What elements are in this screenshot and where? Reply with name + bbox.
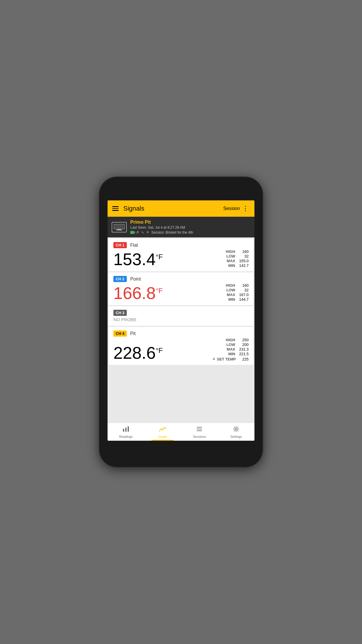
channel-4-header: CH 4 Pit <box>113 330 249 337</box>
svg-rect-7 <box>125 428 126 432</box>
svg-rect-10 <box>197 429 202 429</box>
device-name: Primo Pit <box>130 220 193 225</box>
svg-rect-11 <box>197 430 202 431</box>
ch4-min-row: MIN 221.5 <box>228 352 249 356</box>
svg-rect-9 <box>197 427 202 428</box>
battery-icon <box>130 231 134 234</box>
nav-settings[interactable]: Settings <box>218 423 254 441</box>
session-button[interactable]: Session <box>223 206 240 211</box>
device-details: Primo Pit Last Seen: Sat, Jul 4 at 8:27:… <box>130 220 193 235</box>
ch2-max-row: MAX 167.0 <box>227 293 249 297</box>
ch2-high-row: HIGH 160 <box>226 283 249 288</box>
bluetooth-icon: ✗ <box>136 230 139 235</box>
nav-sessions[interactable]: Sessions <box>181 423 218 441</box>
wifi-icon: ∿ <box>141 230 144 235</box>
phone-screen: Signals Session ⋮ Primo Pit Last <box>108 200 254 441</box>
menu-button[interactable] <box>112 206 119 211</box>
ch1-name: Flat <box>130 243 138 248</box>
sessions-icon <box>196 426 203 434</box>
channels-list: CH 1 Flat 153.4°F HIGH 160 LOW 3 <box>108 237 254 423</box>
device-image <box>112 222 127 232</box>
channel-card-1: CH 1 Flat 153.4°F HIGH 160 LOW 3 <box>109 239 253 271</box>
ch2-min-row: MIN 144.7 <box>228 297 249 302</box>
smoke-icon: ⚘ <box>146 230 150 235</box>
ch4-name: Pit <box>130 331 136 336</box>
ch1-min-row: MIN 142.7 <box>228 263 249 268</box>
nav-graph[interactable]: Graph <box>144 423 181 441</box>
app-title: Signals <box>123 205 223 212</box>
ch1-max-row: MAX 155.0 <box>227 259 249 263</box>
set-temp-icon: ⚘ <box>212 357 216 361</box>
bottom-navigation: Readings Graph Sessions <box>108 423 254 441</box>
ch4-temp: 228.6°F <box>113 343 163 362</box>
ch2-unit: °F <box>156 287 163 295</box>
ch4-max-row: MAX 231.3 <box>227 347 249 351</box>
ch1-temp-container: 153.4°F <box>113 251 163 268</box>
ch2-stats: HIGH 160 LOW 32 MAX 167.0 MIN <box>226 283 249 302</box>
ch3-no-probe: NO PROBE <box>113 317 249 322</box>
ch4-badge: CH 4 <box>113 330 127 337</box>
ch2-name: Point <box>130 276 141 282</box>
phone-shell: Signals Session ⋮ Primo Pit Last <box>99 177 263 467</box>
svg-rect-6 <box>123 429 124 432</box>
ch4-stats: HIGH 250 LOW 200 MAX 231.3 MIN <box>212 338 249 361</box>
settings-label: Settings <box>230 435 242 438</box>
channel-1-header: CH 1 Flat <box>113 242 249 248</box>
channel-card-3: CH 3 NO PROBE <box>109 306 253 326</box>
ch4-low-row: LOW 200 <box>226 342 249 347</box>
svg-rect-8 <box>128 426 129 432</box>
channel-4-body: 228.6°F HIGH 250 LOW 200 MAX <box>113 338 249 361</box>
ch4-set-temp-row: ⚘ SET TEMP 225 <box>212 357 249 361</box>
ch1-temp: 153.4°F <box>113 250 163 269</box>
svg-point-12 <box>235 428 237 430</box>
ch2-low-row: LOW 32 <box>226 288 249 292</box>
graph-label: Graph <box>158 435 167 438</box>
device-info-bar: Primo Pit Last Seen: Sat, Jul 4 at 8:27:… <box>108 217 254 237</box>
ch2-badge: CH 2 <box>113 276 127 282</box>
settings-icon <box>233 426 239 434</box>
ch2-temp: 166.8°F <box>113 284 163 302</box>
ch1-high-row: HIGH 160 <box>226 249 249 254</box>
ch2-temp-container: 166.8°F <box>113 285 163 302</box>
device-status-row: ✗ ∿ ⚘ Session: Brisket for the 4th <box>130 230 193 235</box>
more-options-button[interactable]: ⋮ <box>241 204 250 214</box>
nav-readings[interactable]: Readings <box>108 423 144 441</box>
readings-icon <box>122 426 129 434</box>
app-header: Signals Session ⋮ <box>108 200 254 217</box>
ch4-high-row: HIGH 250 <box>226 338 249 342</box>
header-actions: Session ⋮ <box>223 204 250 214</box>
channel-2-header: CH 2 Point <box>113 276 249 282</box>
channel-2-body: 166.8°F HIGH 160 LOW 32 MAX 1 <box>113 283 249 302</box>
ch4-temp-container: 228.6°F <box>113 344 163 361</box>
graph-icon <box>159 426 166 434</box>
channel-card-4: CH 4 Pit 228.6°F HIGH 250 LOW 20 <box>109 327 253 365</box>
device-last-seen: Last Seen: Sat, Jul 4 at 8:27:28 AM <box>130 225 193 230</box>
ch1-stats: HIGH 160 LOW 32 MAX 155.0 MIN <box>226 249 249 268</box>
channel-1-body: 153.4°F HIGH 160 LOW 32 MAX 1 <box>113 249 249 268</box>
sessions-label: Sessions <box>193 435 206 438</box>
readings-label: Readings <box>119 435 133 438</box>
ch1-low-row: LOW 32 <box>226 254 249 258</box>
ch4-unit: °F <box>156 346 163 354</box>
session-name: Session: Brisket for the 4th <box>151 230 193 235</box>
svg-rect-4 <box>117 229 121 230</box>
ch1-unit: °F <box>156 253 163 261</box>
svg-rect-5 <box>116 230 122 230</box>
ch1-badge: CH 1 <box>113 242 127 248</box>
channel-card-2: CH 2 Point 166.8°F HIGH 160 LOW <box>109 272 253 305</box>
